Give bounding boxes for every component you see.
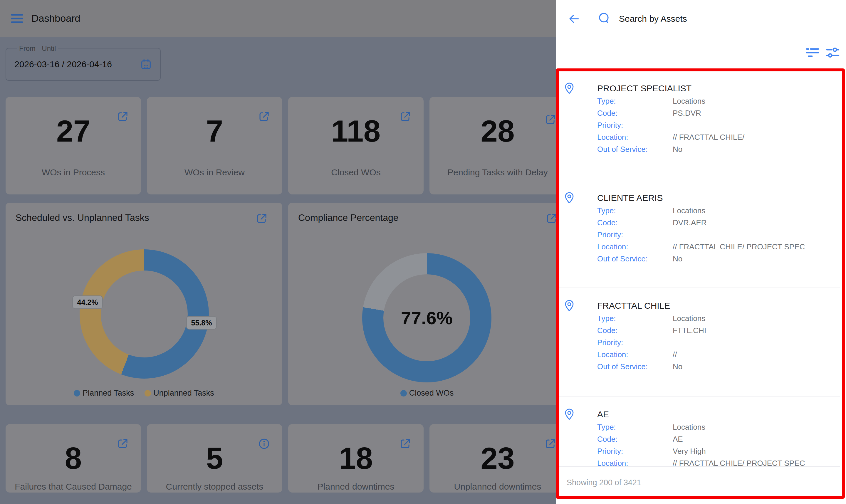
kpi-label: Closed WOs (288, 167, 424, 177)
kpi-card: 18 Planned downtimes (288, 424, 424, 492)
filter-sort-icon[interactable] (806, 47, 819, 59)
chart-title: Compliance Percentage (298, 212, 399, 223)
result-title: CLIENTE AERIS (597, 192, 663, 203)
field-value: PS.DVR (673, 108, 837, 118)
field-label: Out of Service: (597, 362, 648, 372)
chart-legend: Planned Tasks Unplanned Tasks (5, 389, 282, 398)
hamburger-menu-icon[interactable] (11, 14, 23, 23)
field-label: Location: (597, 349, 628, 360)
legend-label: Closed WOs (409, 389, 454, 398)
kpi-label: Failures that Caused Damage (5, 482, 141, 492)
search-by-assets-panel: Search by Assets PROJECT SPECIALIST Type… (556, 0, 846, 504)
chart-title: Scheduled vs. Unplanned Tasks (16, 212, 149, 223)
kpi-value: 28 (430, 113, 566, 149)
slice-label-badge: 44.2% (72, 295, 103, 309)
field-value: // (673, 349, 837, 360)
kpi-label: Unplanned downtimes (430, 482, 566, 492)
kpi-value: 5 (147, 440, 282, 476)
field-value: // FRACTTAL CHILE/ (673, 132, 837, 142)
field-value: No (673, 362, 837, 372)
kpi-card: 7 WOs in Review (147, 97, 282, 194)
kpi-card: 5 Currently stopped assets (147, 424, 282, 492)
field-value: Locations (673, 422, 837, 432)
legend-dot (145, 390, 151, 396)
legend-dot (74, 390, 80, 396)
field-label: Code: (597, 325, 617, 336)
field-label: Out of Service: (597, 144, 648, 154)
field-label: Priority: (597, 338, 623, 347)
field-value: // FRACTTAL CHILE/ PROJECT SPEC (673, 242, 837, 252)
legend-label: Unplanned Tasks (153, 389, 214, 398)
field-label: Type: (597, 422, 616, 432)
panel-title: Search by Assets (619, 13, 687, 25)
kpi-label: Pending Tasks with Delay (430, 167, 566, 177)
kpi-card: 28 Pending Tasks with Delay (430, 97, 566, 194)
donut-chart: 77.6% (362, 253, 491, 382)
kpi-label: Planned downtimes (288, 482, 424, 492)
kpi-card: 27 WOs in Process (5, 97, 141, 194)
field-value: AE (673, 434, 837, 444)
kpi-label: Currently stopped assets (147, 482, 282, 492)
field-value: Locations (673, 313, 837, 323)
field-value: No (673, 254, 837, 264)
field-label: Priority: (597, 120, 623, 130)
divider (559, 466, 840, 467)
donut-chart (79, 249, 209, 379)
field-value: Very High (673, 446, 837, 456)
date-range-field[interactable]: From - Until 2026-03-16 / 2026-04-16 (5, 48, 161, 81)
slice-label-badge: 55.8% (186, 316, 217, 329)
back-arrow-icon[interactable] (568, 12, 580, 25)
donut-center-value: 77.6% (362, 307, 491, 328)
field-value: DVR.AER (673, 218, 837, 228)
field-value: Locations (673, 96, 837, 106)
field-label: Priority: (597, 446, 623, 456)
legend-entry: Unplanned Tasks (145, 389, 214, 398)
legend-entry: Closed WOs (400, 389, 454, 398)
result-title: FRACTTAL CHILE (597, 300, 670, 311)
kpi-label: WOs in Review (147, 167, 282, 177)
field-label: Code: (597, 218, 617, 228)
field-label: Type: (597, 205, 616, 216)
result-count-status: Showing 200 of 3421 (566, 478, 641, 487)
tune-sliders-icon[interactable] (826, 47, 840, 59)
field-value: Locations (673, 205, 837, 216)
field-label: Type: (597, 313, 616, 323)
donut-hole (101, 270, 188, 357)
kpi-label: WOs in Process (5, 167, 141, 177)
kpi-value: 27 (5, 113, 141, 149)
date-range-value: 2026-03-16 / 2026-04-16 (14, 49, 112, 80)
divider (556, 37, 846, 37)
legend-entry: Planned Tasks (74, 389, 134, 398)
legend-label: Planned Tasks (83, 389, 134, 398)
field-label: Type: (597, 96, 616, 106)
field-value: FTTL.CHI (673, 325, 837, 336)
field-value: No (673, 144, 837, 154)
field-label: Location: (597, 242, 628, 252)
external-link-icon[interactable] (255, 212, 268, 225)
calendar-icon[interactable] (140, 58, 152, 71)
kpi-value: 23 (430, 440, 566, 476)
result-title: PROJECT SPECIALIST (597, 83, 691, 94)
chart-legend: Closed WOs (288, 389, 566, 398)
field-label: Priority: (597, 230, 623, 240)
field-label: Code: (597, 108, 617, 118)
field-label: Code: (597, 434, 617, 444)
chart-card-scheduled-vs-unplanned: Scheduled vs. Unplanned Tasks 44.2% 55.8… (5, 203, 282, 405)
search-icon[interactable] (597, 11, 611, 25)
screen: Dashboard From - Until 2026-03-16 / 2026… (0, 0, 846, 504)
chart-card-compliance: Compliance Percentage 77.6% Closed WOs (288, 203, 566, 405)
kpi-value: 7 (147, 113, 282, 149)
page-title: Dashboard (32, 0, 80, 37)
result-title: AE (597, 409, 609, 420)
kpi-card: 8 Failures that Caused Damage (5, 424, 141, 492)
kpi-value: 8 (5, 440, 141, 476)
kpi-value: 118 (288, 113, 424, 149)
field-label: Location: (597, 132, 628, 142)
field-label: Out of Service: (597, 254, 648, 264)
kpi-card: 23 Unplanned downtimes (430, 424, 566, 492)
kpi-card: 118 Closed WOs (288, 97, 424, 194)
legend-dot (400, 390, 407, 396)
kpi-value: 18 (288, 440, 424, 476)
